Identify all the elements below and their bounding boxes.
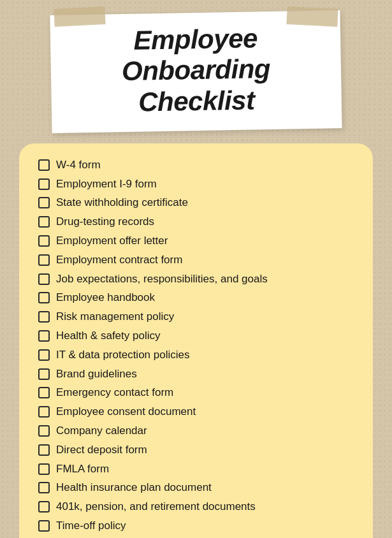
checklist-checkbox[interactable]	[38, 368, 50, 380]
checklist-item-label: 401k, pension, and retirement documents	[56, 499, 256, 514]
checklist-checkbox[interactable]	[38, 273, 50, 285]
checklist-item-label: Direct deposit form	[56, 442, 147, 458]
checklist-checkbox[interactable]	[38, 159, 50, 171]
checklist-item-label: Emergency contact form	[56, 385, 173, 400]
title-card: EmployeeOnboardingChecklist	[50, 10, 342, 133]
checklist-checkbox[interactable]	[38, 349, 50, 361]
list-item: Job expectations, responsibilities, and …	[38, 272, 354, 287]
list-item: Direct deposit form	[38, 442, 354, 458]
checklist-checkbox[interactable]	[38, 406, 50, 418]
list-item: Employment offer letter	[38, 233, 354, 249]
checklist-checkbox[interactable]	[38, 330, 50, 342]
checklist-checkbox[interactable]	[38, 235, 50, 247]
list-item: Health insurance plan document	[38, 480, 354, 495]
checklist-item-label: Company calendar	[56, 423, 147, 439]
checklist-item-label: Drug-testing records	[56, 214, 154, 229]
list-item: Employee consent document	[38, 404, 354, 419]
list-item: Time-off policy	[38, 518, 354, 534]
checklist-card: W-4 formEmployment I-9 formState withhol…	[19, 143, 373, 538]
checklist-item-label: FMLA form	[56, 462, 109, 477]
list-item: Brand guidelines	[38, 367, 354, 382]
list-item: Health & safety policy	[38, 328, 354, 344]
list-item: Emergency contact form	[38, 385, 354, 400]
list-item: Drug-testing records	[38, 214, 354, 229]
list-item: FMLA form	[38, 462, 354, 477]
checklist-checkbox[interactable]	[38, 444, 50, 456]
checklist-item-label: W-4 form	[56, 157, 101, 173]
checklist-checkbox[interactable]	[38, 501, 50, 513]
checklist-checkbox[interactable]	[38, 463, 50, 475]
header-section: EmployeeOnboardingChecklist	[19, 13, 373, 131]
checklist-item-label: Employment offer letter	[56, 233, 168, 249]
checklist-item-label: Employment contract form	[56, 252, 182, 268]
list-item: Employee handbook	[38, 290, 354, 305]
checklist-item-label: Time-off policy	[56, 518, 126, 534]
list-item: Risk management policy	[38, 309, 354, 324]
list-item: State withholding certificate	[38, 195, 354, 210]
checklist-checkbox[interactable]	[38, 292, 50, 303]
checklist-item-label: Brand guidelines	[56, 367, 137, 382]
checklist-item-label: Job expectations, responsibilities, and …	[56, 272, 268, 287]
checklist-checkbox[interactable]	[38, 520, 50, 532]
tape-right-icon	[286, 6, 338, 27]
checklist-checkbox[interactable]	[38, 178, 50, 190]
checklist-item-label: Employee consent document	[56, 404, 196, 419]
checklist-item-label: State withholding certificate	[56, 195, 188, 210]
checklist-item-label: IT & data protection policies	[56, 347, 189, 363]
checklist-checkbox[interactable]	[38, 254, 50, 266]
checklist-checkbox[interactable]	[38, 425, 50, 437]
checklist-item-label: Employee handbook	[56, 290, 155, 305]
checklist-checkbox[interactable]	[38, 387, 50, 398]
checklist-item-label: Health & safety policy	[56, 328, 160, 344]
checklist-checkbox[interactable]	[38, 197, 50, 208]
list-item: Employment I-9 form	[38, 177, 354, 192]
list-item: Company calendar	[38, 423, 354, 439]
page-title: EmployeeOnboardingChecklist	[63, 22, 330, 119]
checklist-item-label: Risk management policy	[56, 309, 174, 324]
list-item: IT & data protection policies	[38, 347, 354, 363]
checklist-checkbox[interactable]	[38, 482, 50, 493]
tape-left-icon	[54, 6, 105, 27]
checklist-item-label: Health insurance plan document	[56, 480, 212, 495]
checklist-item-label: Employment I-9 form	[56, 177, 157, 192]
list-item: Employment contract form	[38, 252, 354, 268]
list-item: 401k, pension, and retirement documents	[38, 499, 354, 514]
list-item: W-4 form	[38, 157, 354, 173]
checklist-checkbox[interactable]	[38, 311, 50, 323]
checklist-checkbox[interactable]	[38, 216, 50, 228]
